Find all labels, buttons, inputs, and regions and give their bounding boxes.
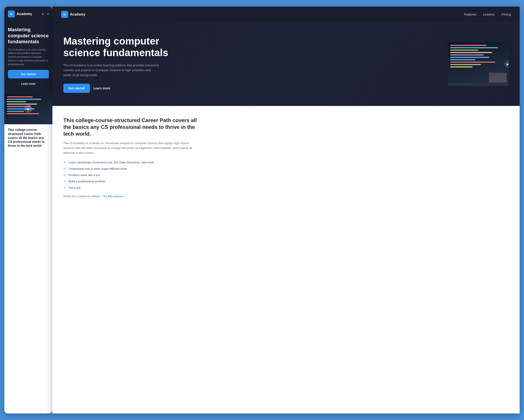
check-icon: ✓ <box>63 167 66 170</box>
feature-item: ✓ Build a professional portfolio <box>63 179 509 183</box>
mobile-hero-title: Mastering computer science fundamentals <box>8 27 49 45</box>
feature-item-label: Learn JavaScript, Command Line, Git, Dat… <box>69 161 154 164</box>
desktop-logo: IO Academy <box>61 11 85 18</box>
desktop-hero-image: ▶ <box>448 42 509 86</box>
desktop-panel: IO Academy Features Lessons Pricing Mast… <box>52 7 520 413</box>
features-description: The IO Academy is a hands-on, immersive … <box>63 141 194 155</box>
mobile-nav: IO Academy ☀ ≡ <box>4 7 52 21</box>
mobile-panel: IO Academy ☀ ≡ Mastering computer scienc… <box>4 7 52 413</box>
mobile-nav-icons: ☀ ≡ <box>41 12 49 16</box>
feature-list: ✓ Learn JavaScript, Command Line, Git, D… <box>63 161 509 189</box>
laptop-body <box>448 82 509 86</box>
feature-item: ✓ Problem-solve like a pro <box>63 173 509 177</box>
mobile-hero-description: The IO Academy is an online learning pla… <box>8 48 49 66</box>
nav-pricing-link[interactable]: Pricing <box>501 13 511 16</box>
features-title: This college-course-structured Career Pa… <box>63 117 203 137</box>
desktop-nav: IO Academy Features Lessons Pricing <box>52 7 520 22</box>
desktop-nav-links: Features Lessons Pricing <box>464 13 511 16</box>
logo-name: Academy <box>17 12 32 16</box>
hamburger-menu-icon[interactable]: ≡ <box>47 12 49 16</box>
theme-toggle-icon[interactable]: ☀ <box>41 12 44 16</box>
check-icon: ✓ <box>63 161 66 164</box>
desktop-hero: Mastering computer science fundamentals … <box>52 22 520 106</box>
hand-area <box>489 73 507 84</box>
check-icon: ✓ <box>63 173 66 177</box>
desktop-logo-name: Academy <box>70 12 85 16</box>
nav-lessons-link[interactable]: Lessons <box>483 13 495 16</box>
feature-item: ✓ Get a job <box>63 186 509 189</box>
nav-features-link[interactable]: Features <box>464 13 476 16</box>
feature-item-label: Problem-solve like a pro <box>69 173 100 177</box>
hero-buttons: Get started Learn more <box>63 84 177 93</box>
features-section: This college-course-structured Career Pa… <box>52 106 520 413</box>
play-button[interactable]: ▶ <box>25 105 32 113</box>
mobile-hero: Mastering computer science fundamentals … <box>4 21 52 94</box>
cta-text: Ready for a career in coding? <box>63 195 101 198</box>
try-course-link[interactable]: Try this course → <box>103 195 127 198</box>
logo-icon: IO <box>8 10 15 18</box>
mobile-learn-more-button[interactable]: Learn more <box>8 81 49 87</box>
check-icon: ✓ <box>63 186 66 189</box>
feature-item-label: Understand how to write super-efficient … <box>69 167 127 170</box>
desktop-logo-icon: IO <box>61 11 68 18</box>
check-icon: ✓ <box>63 179 66 183</box>
feature-item-label: Build a professional portfolio <box>69 180 106 183</box>
feature-item: ✓ Understand how to write super-efficien… <box>63 167 509 170</box>
desktop-hero-content: Mastering computer science fundamentals … <box>63 35 177 93</box>
mobile-logo: IO Academy <box>8 10 32 18</box>
desktop-learn-more-button[interactable]: Learn more <box>93 87 110 90</box>
feature-item-label: Get a job <box>69 186 80 189</box>
cta-line: Ready for a career in coding? Try this c… <box>63 195 509 198</box>
desktop-get-started-button[interactable]: Get started <box>63 84 90 93</box>
feature-item: ✓ Learn JavaScript, Command Line, Git, D… <box>63 161 509 164</box>
desktop-hero-description: The IO Academy is an online learning pla… <box>63 63 159 78</box>
desktop-hero-title: Mastering computer science fundamentals <box>63 35 177 59</box>
mobile-features-title: This college-course-structured Career Pa… <box>8 128 49 148</box>
mobile-get-started-button[interactable]: Get started <box>8 70 49 78</box>
mobile-bottom-section: This college-course-structured Career Pa… <box>4 124 52 413</box>
mobile-video-thumbnail[interactable]: ▶ <box>4 94 52 124</box>
